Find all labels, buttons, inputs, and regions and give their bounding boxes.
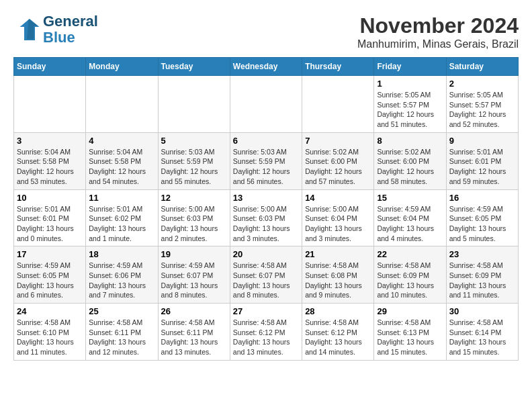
day-detail: Sunrise: 5:02 AMSunset: 6:00 PMDaylight:… xyxy=(305,147,371,187)
calendar-cell: 1Sunrise: 5:05 AMSunset: 5:57 PMDaylight… xyxy=(374,76,446,133)
page-header: General Blue November 2024 Manhumirim, M… xyxy=(13,13,519,50)
day-detail: Sunrise: 4:58 AMSunset: 6:10 PMDaylight:… xyxy=(17,318,83,357)
day-detail: Sunrise: 5:04 AMSunset: 5:58 PMDaylight:… xyxy=(89,147,154,187)
calendar-cell: 16Sunrise: 4:59 AMSunset: 6:05 PMDayligh… xyxy=(446,189,518,246)
calendar-table: Sunday Monday Tuesday Wednesday Thursday… xyxy=(13,57,519,361)
day-detail: Sunrise: 4:59 AMSunset: 6:06 PMDaylight:… xyxy=(89,261,154,300)
calendar-cell: 26Sunrise: 4:58 AMSunset: 6:11 PMDayligh… xyxy=(158,304,230,361)
location-title: Manhumirim, Minas Gerais, Brazil xyxy=(357,38,519,50)
day-detail: Sunrise: 4:58 AMSunset: 6:11 PMDaylight:… xyxy=(89,318,154,357)
calendar-cell: 19Sunrise: 4:59 AMSunset: 6:07 PMDayligh… xyxy=(158,246,230,304)
calendar-cell: 6Sunrise: 5:03 AMSunset: 5:59 PMDaylight… xyxy=(230,132,302,189)
day-number: 1 xyxy=(377,79,443,89)
calendar-cell: 15Sunrise: 4:59 AMSunset: 6:04 PMDayligh… xyxy=(374,189,446,246)
day-number: 15 xyxy=(377,193,443,203)
day-number: 11 xyxy=(89,193,154,203)
day-number: 5 xyxy=(161,136,227,146)
day-number: 23 xyxy=(449,249,515,259)
calendar-cell: 27Sunrise: 4:58 AMSunset: 6:12 PMDayligh… xyxy=(230,304,302,361)
day-number: 18 xyxy=(89,249,154,259)
calendar-cell: 11Sunrise: 5:01 AMSunset: 6:02 PMDayligh… xyxy=(86,189,158,246)
day-number: 16 xyxy=(449,193,515,203)
day-detail: Sunrise: 5:00 AMSunset: 6:04 PMDaylight:… xyxy=(305,204,371,244)
day-detail: Sunrise: 5:01 AMSunset: 6:02 PMDaylight:… xyxy=(89,204,154,244)
calendar-cell xyxy=(86,76,158,133)
day-detail: Sunrise: 5:04 AMSunset: 5:58 PMDaylight:… xyxy=(17,147,83,187)
day-number: 9 xyxy=(449,136,515,146)
calendar-cell xyxy=(302,76,374,133)
day-number: 26 xyxy=(161,306,227,316)
header-thursday: Thursday xyxy=(302,58,374,76)
day-detail: Sunrise: 5:02 AMSunset: 6:00 PMDaylight:… xyxy=(377,147,443,187)
day-number: 4 xyxy=(89,136,154,146)
calendar-cell: 30Sunrise: 4:58 AMSunset: 6:14 PMDayligh… xyxy=(446,304,518,361)
header-wednesday: Wednesday xyxy=(230,58,302,76)
calendar-cell: 10Sunrise: 5:01 AMSunset: 6:01 PMDayligh… xyxy=(14,189,86,246)
day-number: 20 xyxy=(233,249,299,259)
day-detail: Sunrise: 4:59 AMSunset: 6:05 PMDaylight:… xyxy=(17,261,83,300)
logo-line2: Blue xyxy=(43,30,98,46)
day-detail: Sunrise: 4:58 AMSunset: 6:12 PMDaylight:… xyxy=(305,318,371,357)
day-detail: Sunrise: 5:00 AMSunset: 6:03 PMDaylight:… xyxy=(233,204,299,244)
day-detail: Sunrise: 4:58 AMSunset: 6:09 PMDaylight:… xyxy=(449,261,515,300)
calendar-cell: 13Sunrise: 5:00 AMSunset: 6:03 PMDayligh… xyxy=(230,189,302,246)
calendar-cell: 7Sunrise: 5:02 AMSunset: 6:00 PMDaylight… xyxy=(302,132,374,189)
calendar-cell: 28Sunrise: 4:58 AMSunset: 6:12 PMDayligh… xyxy=(302,304,374,361)
day-detail: Sunrise: 4:59 AMSunset: 6:05 PMDaylight:… xyxy=(449,204,515,244)
day-detail: Sunrise: 4:58 AMSunset: 6:13 PMDaylight:… xyxy=(377,318,443,357)
weekday-header-row: Sunday Monday Tuesday Wednesday Thursday… xyxy=(14,58,519,76)
logo: General Blue xyxy=(13,13,98,46)
calendar-cell: 12Sunrise: 5:00 AMSunset: 6:03 PMDayligh… xyxy=(158,189,230,246)
day-detail: Sunrise: 4:58 AMSunset: 6:11 PMDaylight:… xyxy=(161,318,227,357)
day-detail: Sunrise: 5:03 AMSunset: 5:59 PMDaylight:… xyxy=(233,147,299,187)
calendar-week-5: 24Sunrise: 4:58 AMSunset: 6:10 PMDayligh… xyxy=(14,304,519,361)
day-detail: Sunrise: 4:58 AMSunset: 6:14 PMDaylight:… xyxy=(449,318,515,357)
day-detail: Sunrise: 5:01 AMSunset: 6:01 PMDaylight:… xyxy=(449,147,515,187)
day-number: 19 xyxy=(161,249,227,259)
day-number: 21 xyxy=(305,249,371,259)
calendar-cell: 14Sunrise: 5:00 AMSunset: 6:04 PMDayligh… xyxy=(302,189,374,246)
calendar-cell: 24Sunrise: 4:58 AMSunset: 6:10 PMDayligh… xyxy=(14,304,86,361)
calendar-cell: 8Sunrise: 5:02 AMSunset: 6:00 PMDaylight… xyxy=(374,132,446,189)
calendar-cell: 29Sunrise: 4:58 AMSunset: 6:13 PMDayligh… xyxy=(374,304,446,361)
calendar-cell: 9Sunrise: 5:01 AMSunset: 6:01 PMDaylight… xyxy=(446,132,518,189)
calendar-week-3: 10Sunrise: 5:01 AMSunset: 6:01 PMDayligh… xyxy=(14,189,519,246)
day-detail: Sunrise: 5:03 AMSunset: 5:59 PMDaylight:… xyxy=(161,147,227,187)
day-detail: Sunrise: 4:58 AMSunset: 6:07 PMDaylight:… xyxy=(233,261,299,300)
header-sunday: Sunday xyxy=(14,58,86,76)
calendar-cell xyxy=(14,76,86,133)
month-title: November 2024 xyxy=(357,13,519,38)
logo-text: General Blue xyxy=(43,13,98,46)
title-block: November 2024 Manhumirim, Minas Gerais, … xyxy=(357,13,519,50)
day-detail: Sunrise: 4:58 AMSunset: 6:12 PMDaylight:… xyxy=(233,318,299,357)
calendar-cell: 17Sunrise: 4:59 AMSunset: 6:05 PMDayligh… xyxy=(14,246,86,304)
day-number: 25 xyxy=(89,306,154,316)
calendar-cell xyxy=(230,76,302,133)
calendar-cell: 23Sunrise: 4:58 AMSunset: 6:09 PMDayligh… xyxy=(446,246,518,304)
day-number: 27 xyxy=(233,306,299,316)
day-detail: Sunrise: 5:00 AMSunset: 6:03 PMDaylight:… xyxy=(161,204,227,244)
day-detail: Sunrise: 4:59 AMSunset: 6:07 PMDaylight:… xyxy=(161,261,227,300)
day-number: 13 xyxy=(233,193,299,203)
day-number: 14 xyxy=(305,193,371,203)
logo-line1: General xyxy=(43,13,98,30)
calendar-cell: 5Sunrise: 5:03 AMSunset: 5:59 PMDaylight… xyxy=(158,132,230,189)
day-number: 24 xyxy=(17,306,83,316)
day-number: 28 xyxy=(305,306,371,316)
calendar-cell: 3Sunrise: 5:04 AMSunset: 5:58 PMDaylight… xyxy=(14,132,86,189)
day-number: 3 xyxy=(17,136,83,146)
calendar-cell: 25Sunrise: 4:58 AMSunset: 6:11 PMDayligh… xyxy=(86,304,158,361)
day-number: 6 xyxy=(233,136,299,146)
day-detail: Sunrise: 4:58 AMSunset: 6:09 PMDaylight:… xyxy=(377,261,443,300)
day-number: 10 xyxy=(17,193,83,203)
header-tuesday: Tuesday xyxy=(158,58,230,76)
calendar-cell: 20Sunrise: 4:58 AMSunset: 6:07 PMDayligh… xyxy=(230,246,302,304)
day-number: 7 xyxy=(305,136,371,146)
day-number: 17 xyxy=(17,249,83,259)
day-number: 29 xyxy=(377,306,443,316)
calendar-cell: 21Sunrise: 4:58 AMSunset: 6:08 PMDayligh… xyxy=(302,246,374,304)
day-detail: Sunrise: 4:59 AMSunset: 6:04 PMDaylight:… xyxy=(377,204,443,244)
calendar-cell: 4Sunrise: 5:04 AMSunset: 5:58 PMDaylight… xyxy=(86,132,158,189)
calendar-week-2: 3Sunrise: 5:04 AMSunset: 5:58 PMDaylight… xyxy=(14,132,519,189)
calendar-cell: 2Sunrise: 5:05 AMSunset: 5:57 PMDaylight… xyxy=(446,76,518,133)
